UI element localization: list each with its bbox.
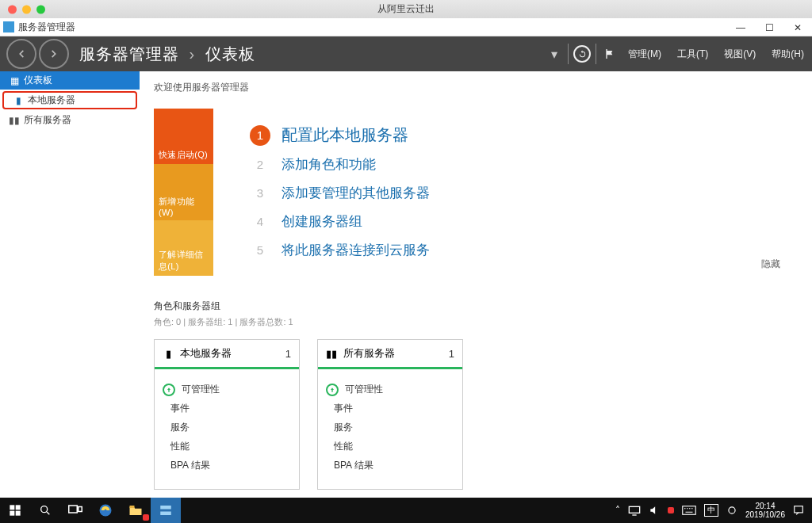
svg-rect-11 xyxy=(629,506,639,513)
tray-notifications-icon[interactable] xyxy=(793,505,804,516)
menu-manage[interactable]: 管理(M) xyxy=(620,36,669,71)
taskbar-server-manager[interactable] xyxy=(151,498,181,523)
sidebar-item-dashboard[interactable]: ▦ 仪表板 xyxy=(0,71,140,90)
window-close-button[interactable]: ✕ xyxy=(783,18,812,36)
app-titlebar: 服务器管理器 — ☐ ✕ xyxy=(0,18,812,36)
tray-keyboard-icon[interactable] xyxy=(682,506,696,515)
step-label: 创建服务器组 xyxy=(282,212,362,231)
card-row-events[interactable]: 事件 xyxy=(334,402,454,415)
tile-quickstart[interactable]: 快速启动(Q) xyxy=(154,109,213,164)
svg-rect-10 xyxy=(160,512,171,516)
card-local-server[interactable]: ▮ 本地服务器 1 可管理性 事件 服务 性能 BPA 结果 xyxy=(154,339,300,490)
tray-settings-icon[interactable] xyxy=(726,505,737,516)
roles-section-subtitle: 角色: 0 | 服务器组: 1 | 服务器总数: 1 xyxy=(154,316,788,328)
step-label: 将此服务器连接到云服务 xyxy=(282,241,430,259)
sidebar-item-all-servers[interactable]: ▮▮ 所有服务器 xyxy=(0,111,140,129)
zoom-icon[interactable] xyxy=(36,5,45,13)
search-button[interactable] xyxy=(30,498,60,523)
step-add-roles[interactable]: 2 添加角色和功能 xyxy=(250,154,788,174)
window-maximize-button[interactable]: ☐ xyxy=(755,18,783,36)
card-row-manageable[interactable]: 可管理性 xyxy=(326,383,454,396)
close-icon[interactable] xyxy=(8,5,17,13)
svg-rect-5 xyxy=(69,506,78,513)
breadcrumb[interactable]: 服务器管理器 › 仪表板 xyxy=(79,44,255,65)
quickstart-panel: 快速启动(Q) 新增功能(W) 了解详细信息(L) 1 配置此本地服务器 2 添… xyxy=(154,109,788,276)
tray-volume-icon[interactable] xyxy=(649,505,660,516)
step-add-servers[interactable]: 3 添加要管理的其他服务器 xyxy=(250,182,788,203)
card-row-events[interactable]: 事件 xyxy=(170,402,291,415)
window-minimize-button[interactable]: — xyxy=(726,18,755,36)
main-content: 欢迎使用服务器管理器 快速启动(Q) 新增功能(W) 了解详细信息(L) 1 配… xyxy=(140,71,812,512)
taskview-button[interactable] xyxy=(60,498,90,523)
card-all-servers[interactable]: ▮▮ 所有服务器 1 可管理性 事件 服务 性能 BPA 结果 xyxy=(317,339,463,490)
refresh-button[interactable] xyxy=(572,45,592,63)
step-connect-cloud[interactable]: 5 将此服务器连接到云服务 xyxy=(250,239,788,260)
tray-badge xyxy=(668,507,674,513)
sidebar-item-label: 所有服务器 xyxy=(24,113,71,127)
chevron-right-icon: › xyxy=(190,45,196,63)
app-title: 服务器管理器 xyxy=(18,21,75,34)
card-row-services[interactable]: 服务 xyxy=(170,421,291,434)
card-row-bpa[interactable]: BPA 结果 xyxy=(170,459,291,472)
nav-back-button[interactable] xyxy=(6,39,36,69)
card-title: 所有服务器 xyxy=(343,346,395,361)
start-button[interactable] xyxy=(0,498,30,523)
sidebar-item-local-server[interactable]: ▮ 本地服务器 xyxy=(2,91,137,109)
step-configure-local[interactable]: 1 配置此本地服务器 xyxy=(250,124,788,146)
card-count: 1 xyxy=(449,348,454,360)
breadcrumb-root: 服务器管理器 xyxy=(79,45,179,63)
svg-rect-1 xyxy=(16,505,21,510)
svg-point-4 xyxy=(41,506,48,513)
menu-view[interactable]: 视图(V) xyxy=(716,36,764,71)
taskbar-badge xyxy=(143,514,149,521)
tile-learnmore[interactable]: 了解详细信息(L) xyxy=(154,220,213,276)
header-dropdown-button[interactable]: ▾ xyxy=(544,47,565,62)
svg-rect-14 xyxy=(795,506,803,513)
tray-up-icon[interactable]: ˄ xyxy=(615,505,620,516)
server-icon: ▮ xyxy=(13,95,23,106)
taskbar-ie[interactable] xyxy=(90,498,121,523)
card-row-services[interactable]: 服务 xyxy=(334,421,454,434)
hide-link[interactable]: 隐藏 xyxy=(761,258,780,271)
server-icon: ▮ xyxy=(163,348,174,359)
tray-network-icon[interactable] xyxy=(628,505,641,516)
taskbar-clock[interactable]: 20:14 2019/10/26 xyxy=(745,502,785,520)
step-create-group[interactable]: 4 创建服务器组 xyxy=(250,211,788,231)
menu-tools[interactable]: 工具(T) xyxy=(669,36,716,71)
tile-whatsnew[interactable]: 新增功能(W) xyxy=(154,164,213,220)
separator xyxy=(596,44,596,64)
separator xyxy=(568,44,569,64)
svg-rect-0 xyxy=(10,505,14,510)
sidebar-item-label: 仪表板 xyxy=(24,74,52,87)
mac-title: 从阿里云迁出 xyxy=(377,2,435,16)
roles-section-title: 角色和服务器组 xyxy=(154,300,788,313)
card-row-performance[interactable]: 性能 xyxy=(334,440,454,453)
menu-help[interactable]: 帮助(H) xyxy=(764,36,812,71)
sidebar: ▦ 仪表板 ▮ 本地服务器 ▮▮ 所有服务器 xyxy=(0,71,140,512)
status-up-icon xyxy=(163,384,175,396)
card-row-performance[interactable]: 性能 xyxy=(170,440,291,453)
taskbar-explorer[interactable] xyxy=(121,498,151,523)
svg-point-13 xyxy=(729,507,735,513)
step-label: 配置此本地服务器 xyxy=(282,124,408,146)
svg-rect-12 xyxy=(683,506,696,515)
header-bar: 服务器管理器 › 仪表板 ▾ 管理(M) 工具(T) 视图(V) 帮助(H) xyxy=(0,36,812,71)
sidebar-item-label: 本地服务器 xyxy=(28,94,75,107)
welcome-title: 欢迎使用服务器管理器 xyxy=(154,81,788,94)
card-row-manageable[interactable]: 可管理性 xyxy=(163,383,291,396)
breadcrumb-page: 仪表板 xyxy=(205,45,255,63)
step-label: 添加角色和功能 xyxy=(282,155,376,174)
step-label: 添加要管理的其他服务器 xyxy=(282,184,430,202)
servers-icon: ▮▮ xyxy=(326,348,337,359)
step-number-4: 4 xyxy=(250,211,270,231)
card-row-bpa[interactable]: BPA 结果 xyxy=(334,459,454,472)
step-number-5: 5 xyxy=(250,239,270,260)
minimize-icon[interactable] xyxy=(22,5,31,13)
notifications-flag-button[interactable] xyxy=(599,48,620,60)
step-number-3: 3 xyxy=(250,182,270,203)
card-title: 本地服务器 xyxy=(180,346,232,361)
step-number-2: 2 xyxy=(250,154,270,174)
tray-ime[interactable]: 中 xyxy=(704,504,718,517)
nav-forward-button[interactable] xyxy=(39,39,69,69)
svg-rect-3 xyxy=(16,511,21,516)
